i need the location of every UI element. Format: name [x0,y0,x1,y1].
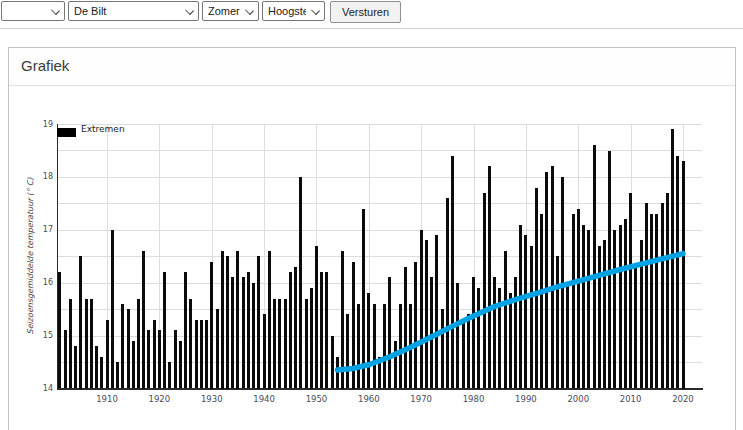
bar-1907 [90,299,93,389]
bar-1997 [561,177,564,389]
bar-1928 [200,320,203,389]
bar-1943 [278,299,281,389]
bar-1926 [189,299,192,389]
bar-1975 [446,198,449,388]
bar-1937 [247,272,250,388]
bar-1915 [132,341,135,389]
x-tick-label: 1960 [352,394,386,404]
bar-1967 [404,267,407,389]
bar-1935 [236,251,239,389]
bar-2001 [582,225,585,389]
bar-2017 [666,193,669,389]
x-tick-label: 2000 [561,394,595,404]
bar-1977 [456,283,459,389]
bar-1968 [409,304,412,389]
bar-1954 [336,357,339,389]
bar-1956 [346,314,349,388]
bar-1920 [158,330,161,388]
x-tick-label: 2010 [614,394,648,404]
bar-2002 [587,230,590,389]
bar-1906 [85,299,88,389]
bar-1961 [373,304,376,389]
x-tick-label: 1970 [404,394,438,404]
bar-2009 [624,219,627,388]
bar-1976 [451,156,454,389]
bar-1940 [263,314,266,388]
bar-1924 [179,341,182,389]
x-tick-label: 1940 [247,394,281,404]
bar-1973 [435,235,438,388]
bar-1934 [231,277,234,388]
x-tick-label: 1930 [195,394,229,404]
bar-1947 [299,177,302,389]
bar-1951 [320,272,323,388]
x-tick-label: 1910 [90,394,124,404]
bar-1931 [216,309,219,388]
bar-1962 [378,357,381,389]
bar-1946 [294,267,297,389]
bar-1965 [394,341,397,389]
bar-1948 [305,299,308,389]
bar-1913 [121,304,124,389]
bar-2008 [619,225,622,389]
x-tick-label: 1950 [299,394,333,404]
bar-1927 [195,320,198,389]
bar-2010 [629,193,632,389]
bar-2012 [640,240,643,388]
bar-1909 [100,357,103,389]
chart-plot: 1415161718191910192019301940195019601970… [0,0,743,430]
bar-1982 [483,193,486,389]
bar-1981 [477,288,480,389]
bar-2014 [650,214,653,389]
bar-1936 [242,277,245,388]
x-tick-label: 1990 [509,394,543,404]
bar-1957 [352,262,355,389]
bar-1930 [210,262,213,389]
bar-1971 [425,240,428,388]
bar-1994 [545,172,548,389]
bar-1995 [551,166,554,388]
bar-1925 [184,272,187,388]
bar-1918 [147,330,150,388]
bar-1974 [441,309,444,388]
y-axis-title: Seizoensgemiddelde temperatuur (° C) [26,178,35,335]
bar-2018 [671,129,674,388]
bar-2011 [634,267,637,389]
bar-1950 [315,246,318,389]
bar-1901 [58,272,61,388]
bar-1942 [273,299,276,389]
bar-2004 [598,246,601,389]
bar-1912 [116,362,119,388]
bar-1960 [367,293,370,388]
climate-dashboard: De Bilt Zomer Hoogste Versturen Grafiek … [0,0,743,430]
bar-1999 [572,214,575,389]
bar-1941 [268,251,271,389]
bar-1952 [325,272,328,388]
bar-1917 [142,251,145,389]
bar-1921 [163,272,166,388]
bar-1992 [535,188,538,389]
bar-2007 [613,230,616,389]
h-gridline [57,177,702,178]
bar-2015 [655,214,658,389]
bar-2000 [577,209,580,389]
bar-1993 [540,214,543,389]
x-tick-label: 1920 [142,394,176,404]
bar-1970 [420,230,423,389]
bar-1964 [388,277,391,388]
bar-1990 [524,235,527,388]
bar-1908 [95,346,98,388]
x-tick-label: 1980 [457,394,491,404]
bar-1939 [257,256,260,388]
bar-1929 [205,320,208,389]
bar-1903 [69,299,72,389]
bar-1987 [509,293,512,388]
bar-1969 [414,262,417,389]
bar-1916 [137,299,140,389]
bar-1945 [289,272,292,388]
bar-1932 [221,251,224,389]
bar-1979 [467,314,470,388]
bar-1933 [226,256,229,388]
bar-1996 [556,256,559,388]
bar-1953 [331,336,334,389]
